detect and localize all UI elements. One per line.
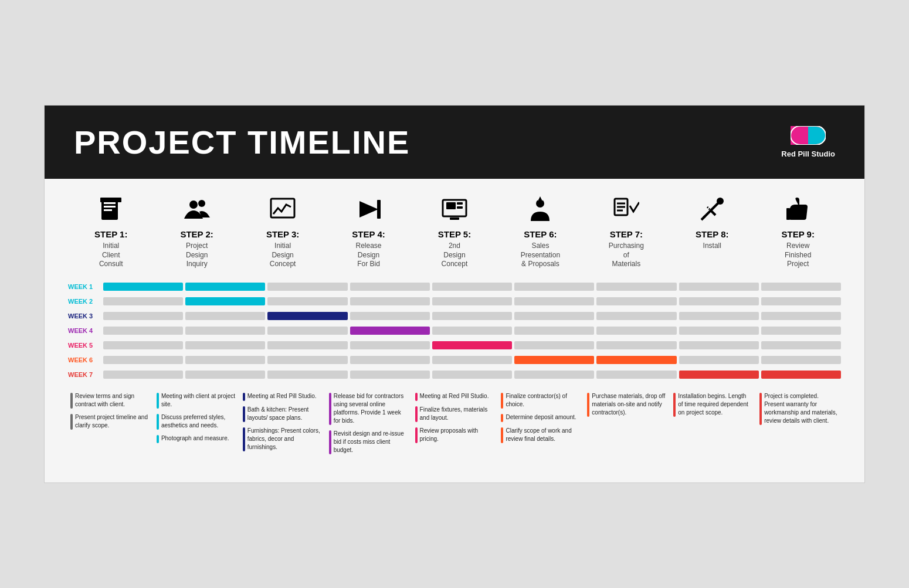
note-text-2-1: Meeting with client at project site. bbox=[161, 392, 236, 409]
step-col-1: STEP 1: InitialClientConsult bbox=[68, 196, 154, 269]
svg-line-27 bbox=[711, 210, 715, 215]
step2-number: STEP 2: bbox=[180, 229, 213, 239]
bar-w5-s6 bbox=[514, 341, 594, 349]
note-text-5-1: Meeting at Red Pill Studio. bbox=[420, 392, 494, 401]
note-text-7-1: Purchase materials, drop off materials o… bbox=[592, 392, 666, 417]
bar-w6-s4 bbox=[350, 356, 430, 364]
bar-w6-s8 bbox=[679, 356, 759, 364]
week5-label: WEEK 5 bbox=[68, 342, 103, 349]
timeline-row-week6: WEEK 6 bbox=[68, 354, 841, 366]
step5-icon bbox=[442, 196, 467, 226]
note-item-5-3: Review proposals with pricing. bbox=[415, 427, 494, 443]
note-bar-3-3 bbox=[243, 427, 245, 451]
svg-rect-15 bbox=[457, 206, 463, 209]
timeline-row-week3: WEEK 3 bbox=[68, 310, 841, 322]
main-content: STEP 1: InitialClientConsult STEP 2: Pro… bbox=[45, 179, 864, 482]
note-col-4: Release bid for contractors using severa… bbox=[327, 392, 411, 459]
note-text-1-1: Review terms and sign contract with clie… bbox=[75, 392, 150, 409]
svg-rect-3 bbox=[104, 202, 116, 204]
bar-w2-s1 bbox=[103, 297, 183, 305]
step5-number: STEP 5: bbox=[438, 229, 471, 239]
week1-bars bbox=[103, 283, 841, 291]
note-bar-1-2 bbox=[70, 414, 73, 430]
bar-w5-s1 bbox=[103, 341, 183, 349]
bar-w1-s8 bbox=[679, 283, 759, 291]
page-title: PROJECT TIMELINE bbox=[74, 123, 410, 161]
week7-bars bbox=[103, 371, 841, 379]
bar-w7-s4 bbox=[350, 371, 430, 379]
note-col-2: Meeting with client at project site. Dis… bbox=[154, 392, 238, 459]
note-item-6-1: Finalize contractor(s) of choice. bbox=[501, 392, 580, 409]
bar-w3-s7 bbox=[596, 312, 676, 320]
week4-label: WEEK 4 bbox=[68, 327, 103, 334]
note-bar-7-1 bbox=[587, 393, 589, 417]
timeline-section: WEEK 1 WEEK 2 bbox=[68, 281, 841, 380]
notes-section: Review terms and sign contract with clie… bbox=[68, 392, 841, 459]
step-col-9: STEP 9: ReviewFinishedProject bbox=[755, 196, 841, 269]
bar-w3-s1 bbox=[103, 312, 183, 320]
bar-w1-s5 bbox=[432, 283, 512, 291]
step8-icon bbox=[699, 196, 725, 226]
step6-title: SalesPresentation& Proposals bbox=[521, 242, 560, 269]
timeline-row-week2: WEEK 2 bbox=[68, 295, 841, 307]
svg-rect-16 bbox=[450, 217, 459, 220]
bar-w7-s3 bbox=[267, 371, 347, 379]
note-item-6-2: Determine deposit amount. bbox=[501, 413, 580, 422]
bar-w7-s6 bbox=[514, 371, 594, 379]
bar-w1-s7 bbox=[596, 283, 676, 291]
bar-w1-s6 bbox=[514, 283, 594, 291]
logo-area: Red Pill Studio bbox=[781, 126, 835, 159]
week2-label: WEEK 2 bbox=[68, 298, 103, 305]
step4-number: STEP 4: bbox=[352, 229, 385, 239]
week2-bars bbox=[103, 297, 841, 305]
bar-w1-s4 bbox=[350, 283, 430, 291]
timeline-row-week5: WEEK 5 bbox=[68, 339, 841, 351]
week3-label: WEEK 3 bbox=[68, 312, 103, 320]
step-col-8: STEP 8: Install bbox=[669, 196, 755, 269]
bar-w2-s4 bbox=[350, 297, 430, 305]
note-bar-2-3 bbox=[157, 435, 159, 443]
step8-number: STEP 8: bbox=[696, 229, 728, 239]
bar-w7-s8 bbox=[679, 371, 759, 379]
bar-w1-s3 bbox=[267, 283, 347, 291]
note-bar-2-2 bbox=[157, 414, 159, 430]
note-bar-1-1 bbox=[70, 393, 73, 409]
svg-rect-4 bbox=[104, 206, 116, 208]
note-bar-6-2 bbox=[501, 414, 503, 422]
step9-icon bbox=[785, 196, 811, 226]
bar-w4-s4 bbox=[350, 327, 430, 335]
bar-w3-s2 bbox=[185, 312, 265, 320]
svg-rect-9 bbox=[271, 199, 294, 217]
step8-title: Install bbox=[703, 242, 721, 251]
note-text-5-2: Finalize fixtures, materials and layout. bbox=[420, 406, 494, 422]
step1-icon bbox=[98, 196, 124, 226]
bar-w3-s5 bbox=[432, 312, 512, 320]
bar-w2-s7 bbox=[596, 297, 676, 305]
step1-number: STEP 1: bbox=[94, 229, 127, 239]
note-item-9-1: Project is completed. Present warranty f… bbox=[759, 392, 839, 425]
bar-w4-s5 bbox=[432, 327, 512, 335]
logo-text: Red Pill Studio bbox=[781, 149, 835, 159]
note-bar-5-3 bbox=[415, 427, 418, 443]
week1-label: WEEK 1 bbox=[68, 283, 103, 290]
note-text-5-3: Review proposals with pricing. bbox=[420, 427, 494, 443]
bar-w1-s9 bbox=[761, 283, 841, 291]
note-text-3-2: Bath & kitchen: Present layouts/ space p… bbox=[247, 406, 322, 422]
note-bar-4-2 bbox=[329, 430, 331, 454]
bar-w3-s6 bbox=[514, 312, 594, 320]
svg-marker-10 bbox=[359, 201, 378, 217]
bar-w6-s3 bbox=[267, 356, 347, 364]
bar-w3-s9 bbox=[761, 312, 841, 320]
note-text-6-2: Determine deposit amount. bbox=[506, 413, 580, 422]
note-item-2-1: Meeting with client at project site. bbox=[157, 392, 236, 409]
note-text-3-3: Furnishings: Present colors, fabrics, de… bbox=[247, 427, 322, 451]
note-bar-6-3 bbox=[501, 427, 503, 443]
bar-w2-s5 bbox=[432, 297, 512, 305]
bar-w4-s7 bbox=[596, 327, 676, 335]
step9-title: ReviewFinishedProject bbox=[785, 242, 811, 269]
step5-title: 2ndDesignConcept bbox=[442, 242, 468, 269]
note-bar-5-1 bbox=[415, 393, 418, 401]
note-text-4-1: Release bid for contractors using severa… bbox=[334, 392, 408, 425]
note-bar-2-1 bbox=[157, 393, 159, 409]
note-item-5-1: Meeting at Red Pill Studio. bbox=[415, 392, 494, 401]
